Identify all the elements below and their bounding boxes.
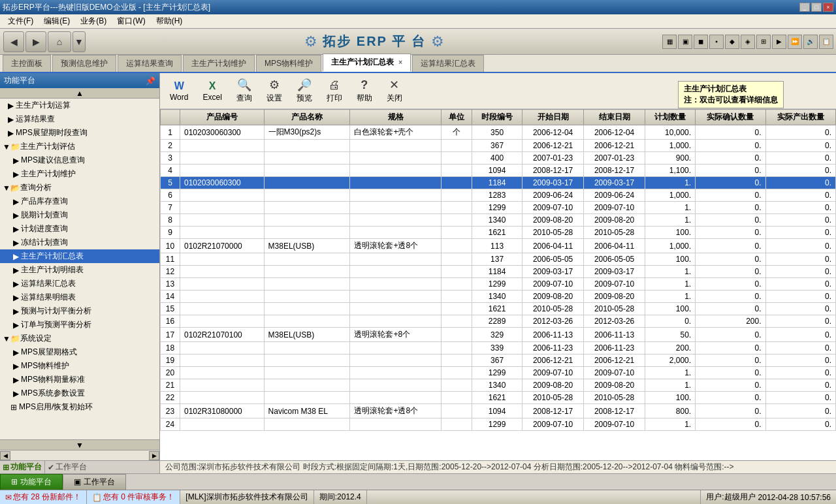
sidebar-item-mps-suggest[interactable]: ▶ MPS建议信息查询 [0,153,159,167]
sidebar-item-mps-params[interactable]: ▶ MPS系统参数设置 [0,386,159,400]
table-row[interactable]: 193672006-12-212006-12-212,000.0.0. [161,354,836,367]
table-cell [264,342,350,354]
menu-file[interactable]: 文件(F) [3,14,39,28]
sidebar-item-overdue-query[interactable]: ▶ 脱期计划查询 [0,208,159,222]
close-content-button[interactable]: ✕ 关闭 [382,76,407,106]
table-row[interactable]: 34002007-01-232007-01-23900.0.0. [161,152,836,165]
sidebar-item-calc-result[interactable]: ▶ 运算结果查 [0,112,159,126]
toolbar-icon-11[interactable]: 📋 [819,35,833,49]
table-row[interactable]: 5010203006030011842009-03-172009-03-171.… [161,177,836,189]
tab-mps-maintain[interactable]: 主生产计划维护 [183,55,255,72]
table-row[interactable]: 170102R21070100M38EL(USB)透明滚轮套+8个3292006… [161,328,836,342]
toolbar-icon-5[interactable]: ◆ [725,35,739,49]
maximize-button[interactable]: □ [811,3,822,12]
tab-forecast[interactable]: 预测信息维护 [52,55,116,72]
table-row[interactable]: 1413402009-08-202009-08-201.0.0. [161,291,836,303]
close-button[interactable]: × [823,3,833,12]
table-row[interactable]: 183392006-11-232006-11-23200.0.0. [161,342,836,354]
tab-calc-result[interactable]: 运算结果查询 [118,55,182,72]
table-row[interactable]: 2412992009-07-102009-07-101.0.0. [161,418,836,431]
preview-button[interactable]: 🔎 预览 [292,76,317,106]
table-row[interactable]: 1622892012-03-262012-03-260.200.0. [161,315,836,328]
toolbar-icon-2[interactable]: ▣ [678,35,692,49]
menu-business[interactable]: 业务(B) [75,14,112,28]
table-row[interactable]: 111372006-05-052006-05-05100.0.0. [161,253,836,266]
table-row[interactable]: 916212010-05-282010-05-28100.0.0. [161,227,836,239]
sidebar-item-mps-period-query[interactable]: ▶ MPS展望期时段查询 [0,126,159,140]
toolbar-icon-3[interactable]: ◼ [694,35,708,49]
table-cell [180,342,265,354]
sidebar-item-frozen-plan[interactable]: ▶ 冻结计划查询 [0,236,159,249]
sidebar-item-calc-detail[interactable]: ▶ 运算结果明细表 [0,291,159,304]
tab-main-panel[interactable]: 主控面板 [3,55,51,72]
table-row[interactable]: 2113402009-08-202009-08-201.0.0. [161,379,836,392]
print-button[interactable]: 🖨 打印 [322,76,347,106]
toolbar-icon-9[interactable]: ⏩ [788,35,802,49]
sidebar-item-stock-query[interactable]: ▶ 产品库存查询 [0,195,159,208]
table-row[interactable]: 2012992009-07-102009-07-101.0.0. [161,367,836,379]
table-row[interactable]: 100102R21070000M38EL(USB)透明滚轮套+透8个113200… [161,239,836,253]
home-button[interactable]: ⌂ [48,31,71,52]
sidebar-item-plan-progress[interactable]: ▶ 计划进度查询 [0,222,159,236]
toolbar-icon-1[interactable]: ▦ [662,35,677,49]
excel-button[interactable]: X Excel [198,78,226,104]
sidebar-item-mps-restore[interactable]: ⊞ MPS启用/恢复初始环 [0,400,159,414]
table-cell: 1283 [472,189,522,202]
menu-help[interactable]: 帮助(H) [151,14,188,28]
query-button[interactable]: 🔍 查询 [232,76,257,106]
sidebar-item-mps-maintain[interactable]: ▶ 主生产计划维护 [0,167,159,181]
table-row[interactable]: 10102030060300一阳M30(ps2)s白色滚轮套+壳个个350200… [161,125,836,140]
dropdown-button[interactable]: ▼ [72,31,86,52]
tab-calc-summary[interactable]: 运算结果汇总表 [412,55,484,72]
tab-mps-summary[interactable]: 主生产计划汇总表 × 主生产计划汇总表 注：双击可以查看详细信息 [323,54,411,72]
sidebar-scroll-down[interactable]: ▼ [0,439,159,450]
bottom-tab-func[interactable]: ⊞ 功能平台 [0,474,63,490]
sidebar-folder-system[interactable]: ▼ 📁 系统设定 [0,332,159,345]
sidebar-item-mps-run[interactable]: ▶ 主生产计划运算 [0,99,159,112]
table-row[interactable]: 1516212010-05-282010-05-28100.0.0. [161,303,836,315]
tab-close-button[interactable]: × [398,59,402,66]
tab-mps-material[interactable]: MPS物料维护 [256,55,321,72]
sidebar-item-material-standard[interactable]: ▶ MPS物料期量标准 [0,373,159,386]
table-row[interactable]: 712992009-07-102009-07-101.0.0. [161,202,836,214]
settings-button[interactable]: ⚙ 设置 [262,76,287,106]
data-table-container[interactable]: 产品编号 产品名称 规格 单位 时段编号 开始日期 结束日期 计划数量 实际确认… [160,109,836,460]
sidebar-item-mps-period-fmt[interactable]: ▶ MPS展望期格式 [0,345,159,359]
menu-window[interactable]: 窗口(W) [112,14,150,28]
toolbar-icon-8[interactable]: ▶ [772,35,786,49]
sidebar-scroll-up[interactable]: ▲ [0,88,159,99]
table-row[interactable]: 410942008-12-172008-12-171,100.0.0. [161,165,836,177]
sidebar-item-mps-detail[interactable]: ▶ 主生产计划明细表 [0,263,159,277]
word-button[interactable]: W Word [165,78,193,104]
forward-button[interactable]: ▶ [25,31,46,52]
sidebar-folder-mps-eval[interactable]: ▼ 📁 主生产计划评估 [0,140,159,153]
taskbar-notification-1[interactable]: ✉ 您有 28 份新邮件！ [0,490,87,504]
table-cell [264,266,350,278]
menu-edit[interactable]: 编辑(E) [39,14,75,28]
toolbar-icon-6[interactable]: ◈ [741,35,755,49]
table-row[interactable]: 612832009-06-242009-06-241,000.0.0. [161,189,836,202]
help-button[interactable]: ? 帮助 [352,76,377,106]
bottom-tab-work[interactable]: ▣ 工作平台 [63,474,126,490]
sidebar-item-order-balance[interactable]: ▶ 订单与预测平衡分析 [0,318,159,332]
sidebar-pin-icon[interactable]: 📌 [146,76,155,86]
table-row[interactable]: 23672006-12-212006-12-211,000.0.0. [161,140,836,152]
window-controls[interactable]: _ □ × [799,3,833,12]
toolbar-icon-10[interactable]: 🔊 [803,35,818,49]
table-row[interactable]: 1211842009-03-172009-03-171.0.0. [161,266,836,278]
toolbar-icon-7[interactable]: ⊞ [756,35,771,49]
table-row[interactable]: 1312992009-07-102009-07-101.0.0. [161,278,836,291]
toolbar-icon-4[interactable]: ▪ [709,35,724,49]
table-row[interactable]: 2216212010-05-282010-05-28100.0.0. [161,392,836,404]
minimize-button[interactable]: _ [799,3,810,12]
sidebar-folder-query[interactable]: ▼ 📂 查询分析 [0,181,159,195]
table-row[interactable]: 230102R31080000Navicom M38 EL透明滚轮套+透8个10… [161,404,836,418]
sidebar-item-calc-summary[interactable]: ▶ 运算结果汇总表 [0,277,159,291]
sidebar-item-material-maintain[interactable]: ▶ MPS物料维护 [0,359,159,373]
sidebar-hscroll[interactable]: ◀ ▶ [0,450,159,460]
back-button[interactable]: ◀ [3,31,24,52]
sidebar-item-mps-summary[interactable]: ▶ 主生产计划汇总表 [0,249,159,263]
taskbar-notification-2[interactable]: 📋 您有 0 件审核事务！ [87,490,180,504]
table-row[interactable]: 813402009-08-202009-08-201.0.0. [161,214,836,227]
sidebar-item-forecast-balance[interactable]: ▶ 预测与计划平衡分析 [0,304,159,318]
